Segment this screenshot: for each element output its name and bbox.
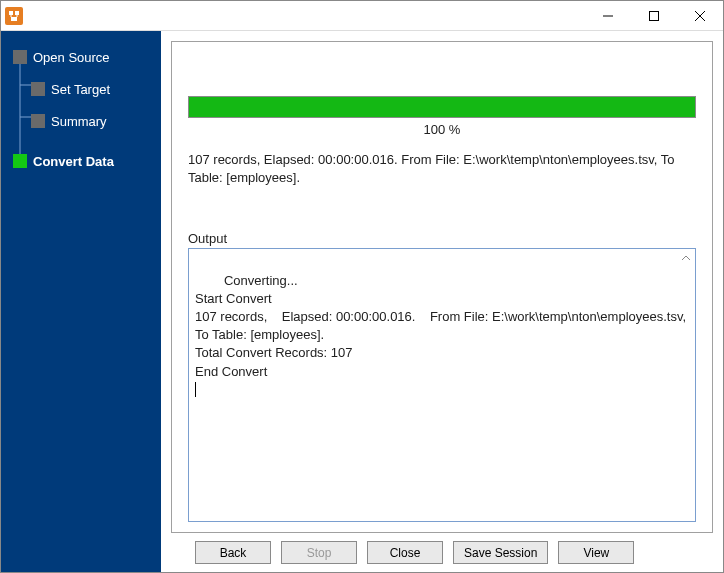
svg-rect-6 (650, 11, 659, 20)
status-text: 107 records, Elapsed: 00:00:00.016. From… (188, 151, 696, 187)
sidebar-item-label: Open Source (33, 50, 110, 65)
svg-rect-2 (11, 17, 17, 21)
close-button[interactable] (677, 1, 723, 30)
step-box-icon (13, 50, 27, 64)
sidebar-item-summary[interactable]: Summary (1, 107, 161, 135)
sidebar-item-set-target[interactable]: Set Target (1, 75, 161, 103)
save-session-button[interactable]: Save Session (453, 541, 548, 564)
titlebar-left (1, 7, 23, 25)
view-button[interactable]: View (558, 541, 634, 564)
step-box-icon (13, 154, 27, 168)
svg-rect-1 (15, 11, 19, 15)
sidebar-item-convert-data[interactable]: Convert Data (1, 147, 161, 175)
stop-button: Stop (281, 541, 357, 564)
progress-fill (189, 97, 695, 117)
step-box-icon (31, 82, 45, 96)
progress-percent-label: 100 % (188, 122, 696, 137)
sidebar-item-label: Convert Data (33, 154, 114, 169)
titlebar (1, 1, 723, 31)
scroll-up-icon[interactable] (679, 251, 693, 265)
svg-rect-0 (9, 11, 13, 15)
output-textarea[interactable]: Converting... Start Convert 107 records,… (188, 248, 696, 522)
sidebar: Open Source Set Target Summary Convert D… (1, 31, 161, 572)
output-content: Converting... Start Convert 107 records,… (195, 273, 696, 379)
progress-bar (188, 96, 696, 118)
window-controls (585, 1, 723, 30)
sidebar-item-open-source[interactable]: Open Source (1, 43, 161, 71)
text-caret (195, 382, 196, 397)
maximize-button[interactable] (631, 1, 677, 30)
step-box-icon (31, 114, 45, 128)
minimize-button[interactable] (585, 1, 631, 30)
close-wizard-button[interactable]: Close (367, 541, 443, 564)
sidebar-item-label: Summary (51, 114, 107, 129)
output-label: Output (188, 231, 696, 246)
sidebar-item-label: Set Target (51, 82, 110, 97)
main-panel: 100 % 107 records, Elapsed: 00:00:00.016… (161, 31, 723, 572)
content-frame: 100 % 107 records, Elapsed: 00:00:00.016… (171, 41, 713, 533)
back-button[interactable]: Back (195, 541, 271, 564)
app-icon (5, 7, 23, 25)
button-row: Back Stop Close Save Session View (171, 533, 713, 566)
